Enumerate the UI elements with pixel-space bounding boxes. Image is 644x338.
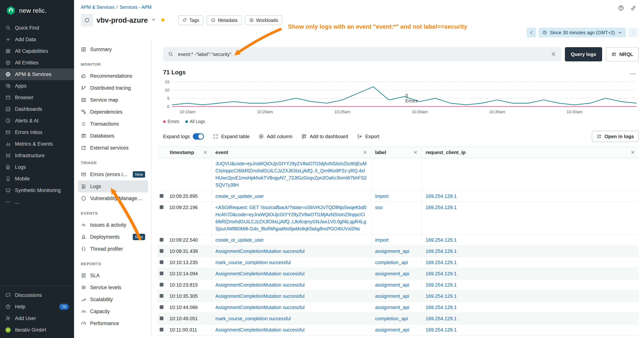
cell-event[interactable]: AssignmentCompletionMutation successful bbox=[211, 246, 371, 257]
cell-request-client-ip[interactable] bbox=[422, 158, 639, 190]
add-column-button[interactable]: Add column bbox=[258, 134, 292, 139]
cell-label[interactable]: import bbox=[371, 234, 422, 245]
log-row[interactable]: 10:10:35.305 AssignmentCompletionMutatio… bbox=[158, 291, 639, 302]
sidebar-item-all-capabilities[interactable]: All Capabilities bbox=[0, 45, 74, 57]
sidebar-item-metrics-events[interactable]: Metrics & Events bbox=[0, 138, 74, 150]
cell-event[interactable]: <ASGIRequest: GET '/sso/callback/?state=… bbox=[211, 202, 371, 234]
label-link[interactable]: sso bbox=[375, 205, 382, 210]
label-link[interactable]: assignment_api bbox=[375, 248, 409, 254]
cell-label[interactable]: assignment_api bbox=[371, 291, 422, 301]
cell-event[interactable]: mark_course_completion successful bbox=[211, 313, 371, 324]
expand-table-button[interactable]: Expand table bbox=[213, 134, 250, 139]
sidebar-item-more[interactable]: ... bbox=[0, 196, 74, 208]
nav-item-issues-activity[interactable]: Issues & activity bbox=[78, 219, 148, 231]
ip-link[interactable]: 169.254.129.1 bbox=[426, 316, 457, 321]
log-row[interactable]: 10:10:14.094 AssignmentCompletionMutatio… bbox=[158, 268, 639, 279]
row-checkbox[interactable] bbox=[160, 260, 164, 264]
sidebar-item-help[interactable]: Help70 bbox=[0, 301, 74, 312]
cell-request-client-ip[interactable]: 169.254.129.1 bbox=[422, 234, 639, 245]
time-range-pill[interactable]: Since 30 minutes ago (GMT+2) bbox=[538, 28, 626, 38]
row-checkbox[interactable] bbox=[160, 271, 164, 275]
event-link[interactable]: JUQVU&code=eyJraWQiOiJjcGtYY29yZV8wOTl1M… bbox=[216, 161, 367, 188]
log-row[interactable]: 10:09:22.196 <ASGIRequest: GET '/sso/cal… bbox=[158, 202, 639, 234]
event-link[interactable]: AssignmentCompletionMutation successful bbox=[216, 305, 304, 310]
query-logs-button[interactable]: Query logs bbox=[565, 47, 602, 61]
remove-column-icon[interactable] bbox=[203, 150, 208, 155]
label-link[interactable]: assignment_api bbox=[375, 293, 409, 299]
prev-time-range-button[interactable] bbox=[526, 28, 536, 38]
cell-event[interactable]: AssignmentCompletionMutation successful bbox=[211, 268, 371, 279]
cell-label[interactable]: import bbox=[371, 191, 422, 202]
sidebar-item-errors-inbox[interactable]: Errors Inbox bbox=[0, 127, 74, 138]
row-checkbox[interactable] bbox=[160, 294, 164, 298]
nav-item-errors-errors-inb[interactable]: Errors (errors inb...New bbox=[78, 168, 148, 180]
ip-link[interactable]: 169.254.129.1 bbox=[426, 237, 457, 243]
cell-request-client-ip[interactable]: 169.254.129.1 bbox=[422, 291, 639, 301]
cell-request-client-ip[interactable]: 169.254.129.1 bbox=[422, 202, 639, 234]
row-checkbox[interactable] bbox=[160, 283, 164, 286]
row-checkbox[interactable] bbox=[160, 205, 164, 209]
cell-request-client-ip[interactable]: 169.254.129.1 bbox=[422, 246, 639, 257]
ip-link[interactable]: 169.254.129.1 bbox=[426, 205, 457, 210]
sidebar-item-infrastructure[interactable]: Infrastructure bbox=[0, 150, 74, 161]
copy-permalink-button[interactable] bbox=[630, 5, 636, 13]
cell-request-client-ip[interactable]: 169.254.129.1 bbox=[422, 257, 639, 268]
cell-request-client-ip[interactable]: 169.254.129.1 bbox=[422, 279, 639, 290]
event-link[interactable]: create_or_update_user bbox=[216, 193, 264, 199]
remove-column-icon[interactable] bbox=[363, 150, 367, 155]
next-time-range-button[interactable] bbox=[628, 28, 638, 38]
cell-label[interactable]: assignment_api bbox=[371, 268, 422, 279]
nav-item-service-map[interactable]: Service map bbox=[78, 94, 148, 106]
label-link[interactable]: import bbox=[375, 237, 388, 243]
cell-label[interactable]: assignment_api bbox=[371, 302, 422, 313]
ip-link[interactable]: 169.254.129.1 bbox=[426, 327, 457, 332]
cell-event[interactable]: JUQVU&code=eyJraWQiOiJjcGtYY29yZV8wOTl1M… bbox=[211, 158, 371, 190]
sidebar-item-all-entities[interactable]: All Entities bbox=[0, 57, 74, 69]
row-checkbox[interactable] bbox=[160, 194, 164, 198]
log-row[interactable]: 10:09:20.895 create_or_update_user impor… bbox=[158, 191, 639, 202]
sidebar-item-alerts-ai[interactable]: Alerts & AI bbox=[0, 115, 74, 127]
sidebar-item-add-data[interactable]: Add Data bbox=[0, 34, 74, 45]
cell-request-client-ip[interactable]: 169.254.129.1 bbox=[422, 191, 639, 202]
nrql-button[interactable]: NRQL bbox=[606, 47, 639, 61]
label-link[interactable]: assignment_api bbox=[375, 304, 409, 310]
row-checkbox[interactable] bbox=[160, 316, 164, 320]
clear-query-button[interactable] bbox=[551, 51, 556, 58]
cell-request-client-ip[interactable]: 169.254.129.1 bbox=[422, 313, 639, 324]
column-header-timestamp[interactable]: timestamp bbox=[166, 147, 211, 158]
cell-event[interactable]: AssignmentCompletionMutation successful bbox=[211, 279, 371, 290]
entity-switcher[interactable] bbox=[151, 17, 156, 24]
nav-item-sla[interactable]: SLA bbox=[78, 269, 148, 281]
brand-logo-row[interactable]: new relic. bbox=[0, 0, 74, 22]
open-in-logs-button[interactable]: Open in logs bbox=[592, 131, 639, 142]
ip-link[interactable]: 169.254.129.1 bbox=[426, 282, 457, 288]
sidebar-item-dashboards[interactable]: Dashboards bbox=[0, 103, 74, 115]
log-row[interactable]: 10:10:49.051 mark_course_completion succ… bbox=[158, 313, 639, 324]
ip-link[interactable]: 169.254.129.1 bbox=[426, 260, 457, 265]
label-link[interactable]: completion_api bbox=[375, 316, 408, 321]
event-link[interactable]: mark_course_completion successful bbox=[216, 316, 291, 321]
sidebar-item-synthetic-monitoring[interactable]: Synthetic Monitoring bbox=[0, 185, 74, 196]
cell-label[interactable]: assignment_api bbox=[371, 324, 422, 335]
cell-label[interactable]: assignment_api bbox=[371, 246, 422, 257]
column-header-label[interactable]: label bbox=[371, 147, 422, 158]
log-row[interactable]: 10:09:31.439 AssignmentCompletionMutatio… bbox=[158, 246, 639, 257]
remove-column-icon[interactable] bbox=[413, 150, 418, 155]
sidebar-item-iterativ-gmbh[interactable]: Iterativ GmbH bbox=[0, 324, 74, 336]
log-row[interactable]: 10:11:00.311 AssignmentCompletionMutatio… bbox=[158, 324, 639, 335]
more-options-button[interactable]: ... bbox=[630, 69, 639, 76]
cell-request-client-ip[interactable]: 169.254.129.1 bbox=[422, 324, 639, 335]
event-link[interactable]: AssignmentCompletionMutation successful bbox=[216, 282, 304, 287]
row-checkbox[interactable] bbox=[160, 305, 164, 309]
legend-all-logs[interactable]: All Logs bbox=[185, 119, 205, 124]
ip-link[interactable]: 169.254.129.1 bbox=[426, 271, 457, 276]
row-checkbox[interactable] bbox=[160, 238, 164, 242]
log-row[interactable]: 10:10:23.815 AssignmentCompletionMutatio… bbox=[158, 279, 639, 291]
cell-label[interactable] bbox=[371, 158, 422, 190]
row-checkbox[interactable] bbox=[160, 249, 164, 253]
add-to-dashboard-button[interactable]: Add to dashboard bbox=[302, 134, 348, 139]
nav-item-dependencies[interactable]: Dependencies bbox=[78, 106, 148, 118]
nav-item-databases[interactable]: Databases bbox=[78, 130, 148, 142]
nav-item-transactions[interactable]: Transactions bbox=[78, 118, 148, 130]
event-link[interactable]: AssignmentCompletionMutation successful bbox=[216, 293, 304, 299]
